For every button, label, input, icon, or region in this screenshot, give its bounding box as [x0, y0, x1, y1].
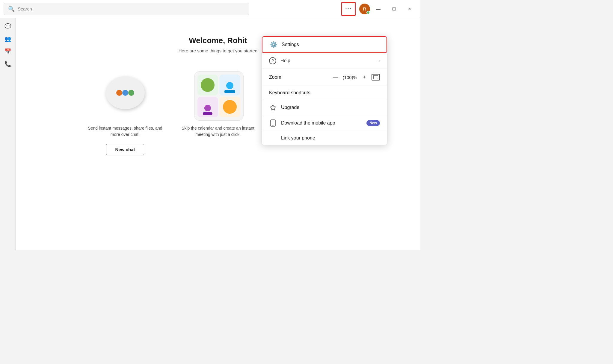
settings-icon: ⚙️ [270, 41, 277, 48]
title-bar-right: ··· R — ☐ ✕ [341, 2, 417, 16]
search-box[interactable]: 🔍 [4, 3, 249, 15]
avatar[interactable]: R [359, 4, 370, 14]
sidebar-calendar-icon[interactable]: 📅 [2, 46, 13, 57]
zoom-value: (100)% [343, 75, 357, 80]
sidebar-team-icon[interactable]: 👥 [2, 34, 13, 44]
zoom-in-button[interactable]: + [360, 73, 369, 81]
close-button[interactable]: ✕ [402, 4, 417, 14]
sidebar: 💬 👥 📅 📞 [0, 18, 16, 250]
calendar-icon-wrap [194, 71, 244, 121]
chat-card-text: Send instant messages, share files, and … [86, 125, 164, 138]
more-options-button[interactable]: ··· [341, 2, 356, 16]
title-bar: 🔍 ··· R — ☐ ✕ [0, 0, 420, 18]
download-mobile-label: Download the mobile app [281, 120, 362, 126]
new-chat-button[interactable]: New chat [106, 144, 144, 155]
dropdown-menu: ⚙️ Settings ? Help › Zoom — (100)% + Key… [262, 36, 387, 145]
chat-card-image [101, 71, 149, 119]
link-phone-label: Link your phone [281, 135, 380, 141]
menu-item-help[interactable]: ? Help › [262, 53, 387, 69]
svg-rect-5 [373, 75, 378, 79]
menu-item-download-mobile[interactable]: Download the mobile app New [262, 115, 387, 131]
meeting-card-image [194, 71, 242, 119]
settings-label: Settings [282, 42, 379, 47]
new-badge: New [366, 120, 380, 126]
main-area: 💬 👥 📅 📞 Welcome, Rohit Here are some thi… [0, 18, 420, 250]
svg-point-4 [128, 90, 134, 96]
menu-item-link-phone[interactable]: Link your phone [262, 131, 387, 145]
meeting-card-text: Skip the calendar and create an instant … [179, 125, 257, 138]
status-dot [366, 11, 370, 14]
meeting-card: Skip the calendar and create an instant … [179, 71, 257, 144]
zoom-fullscreen-button[interactable] [372, 74, 380, 81]
svg-marker-6 [270, 105, 276, 110]
menu-item-keyboard-shortcuts[interactable]: Keyboard shortcuts [262, 86, 387, 100]
menu-item-settings[interactable]: ⚙️ Settings [262, 36, 387, 53]
zoom-controls: — (100)% + [331, 73, 380, 81]
welcome-title: Welcome, Rohit [189, 36, 247, 45]
menu-item-upgrade[interactable]: Upgrade [262, 100, 387, 115]
maximize-button[interactable]: ☐ [387, 4, 401, 14]
minimize-button[interactable]: — [371, 4, 386, 14]
svg-point-2 [116, 90, 122, 96]
help-chevron-icon: › [378, 58, 380, 63]
upgrade-icon [269, 104, 277, 111]
help-icon: ? [269, 57, 276, 64]
chat-card: Send instant messages, share files, and … [86, 71, 164, 155]
search-icon: 🔍 [8, 6, 15, 12]
help-label: Help [280, 58, 374, 63]
sidebar-chat-icon[interactable]: 💬 [2, 21, 13, 32]
keyboard-shortcuts-label: Keyboard shortcuts [269, 90, 310, 95]
zoom-out-button[interactable]: — [331, 73, 340, 81]
svg-point-8 [273, 125, 274, 126]
sidebar-calls-icon[interactable]: 📞 [2, 59, 13, 69]
upgrade-label: Upgrade [281, 105, 380, 110]
search-input[interactable] [18, 6, 245, 11]
svg-point-3 [122, 90, 128, 96]
welcome-subtitle: Here are some things to get you started [179, 48, 257, 53]
mobile-icon [269, 119, 277, 127]
zoom-label: Zoom [269, 75, 290, 80]
zoom-row: Zoom — (100)% + [262, 69, 387, 86]
